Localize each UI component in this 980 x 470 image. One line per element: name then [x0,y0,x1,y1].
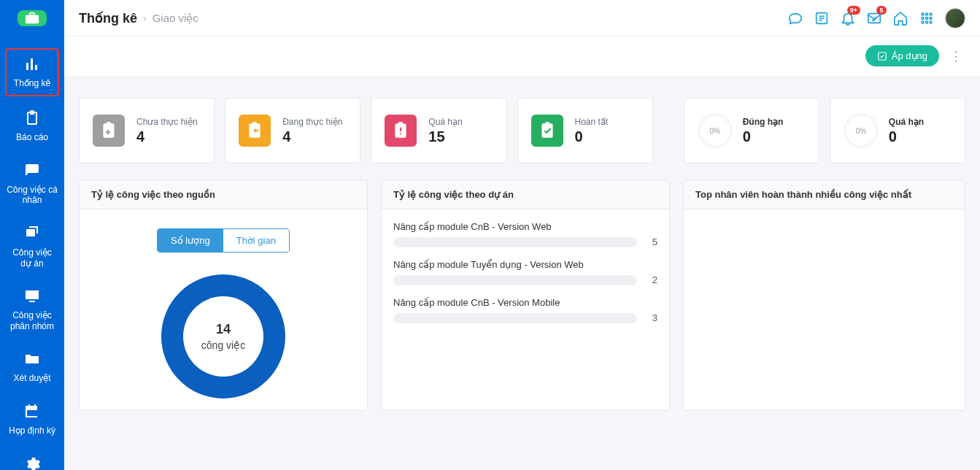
svg-point-10 [930,21,932,23]
stat-value: 15 [428,128,462,145]
panel-title: Top nhân viên hoàn thành nhiều công việc… [684,180,965,209]
project-row: Nâng cấp module CnB - Version Mobile 3 [393,297,657,323]
nav-label: Báo cáo [16,132,48,142]
donut-ring: 0% [844,113,879,148]
more-menu-icon[interactable]: ⋮ [946,48,965,64]
gear-icon [23,455,41,470]
donut-pct: 0% [856,127,866,135]
calendar-icon [23,403,41,423]
mail-check-icon[interactable]: 5 [866,10,882,26]
clipboard-arrow-icon [239,115,271,147]
stat-card-hoan-tat: Hoàn tất 0 [517,98,653,163]
clipboard-alert-icon [385,115,417,147]
header-actions: 9+ 5 [787,8,965,28]
stat-label: Chưa thực hiện [136,117,198,127]
svg-point-3 [926,13,928,15]
project-name: Nâng cấp module CnB - Version Mobile [393,297,657,308]
source-donut-chart: 14 công việc [161,274,285,398]
svg-point-9 [926,21,928,23]
action-bar: Áp dụng ⋮ [64,36,980,77]
apps-grid-icon[interactable] [919,10,935,26]
stat-label: Hoàn tất [575,117,609,127]
check-square-icon [877,51,887,61]
stats-row: Chưa thực hiện 4 Đang thực hiện 4 [79,98,965,163]
project-bar [393,237,637,247]
toggle-group: Số lượng Thời gian [157,228,290,253]
donut-center-value: 14 [201,321,245,338]
nav-xet-duyet[interactable]: Xét duyệt [5,344,59,390]
nav-cv-phan-nhom[interactable]: Công việc phân nhóm [5,282,59,337]
project-row: Nâng cấp module Tuyển dụng - Version Web… [393,259,657,285]
nav-hop-dinh-ky[interactable]: Họp định kỳ [5,397,59,442]
nav-bao-cao[interactable]: Báo cáo [5,104,59,149]
project-bar [393,313,637,323]
stat-value: 4 [136,128,198,145]
svg-point-2 [922,13,924,15]
chart-bar-icon [23,55,41,75]
sidebar: Thống kê Báo cáo Công việc cá nhân Công … [0,0,64,470]
panel-top-employees: Top nhân viên hoàn thành nhiều công việc… [683,180,965,411]
stat-card-qua-han: Quá hạn 15 [371,98,506,163]
stat-card-chua-thuc-hien: Chưa thực hiện 4 [79,98,215,163]
stat-label: Đang thực hiện [282,117,342,127]
bell-badge: 9+ [847,6,860,15]
donut-center-label: công việc [201,339,245,352]
nav-cv-ca-nhan[interactable]: Công việc cá nhân [5,156,59,212]
panel-title: Tỷ lệ công việc theo nguồn [80,180,367,209]
project-count: 5 [646,236,657,247]
page-title: Thống kê [79,10,137,26]
stat-value: 0 [889,128,924,145]
header: Thống kê › Giao việc 9+ 5 [64,0,980,36]
svg-point-5 [922,17,924,19]
nav-thong-ke[interactable]: Thống kê [5,48,59,96]
home-icon[interactable] [892,10,908,26]
svg-point-4 [930,13,932,15]
svg-point-7 [930,17,932,19]
bell-icon[interactable]: 9+ [840,10,856,26]
nav-label: Công việc phân nhóm [7,310,58,331]
clipboard-icon [23,109,41,129]
apply-label: Áp dụng [892,50,927,61]
app-logo[interactable] [18,10,47,26]
panel-title: Tỷ lệ công việc theo dự án [382,180,669,209]
nav-label: Thống kê [14,78,50,88]
nav-cv-du-an[interactable]: Công việc dự án [5,219,59,274]
clipboard-check-icon [531,115,563,147]
mail-badge: 5 [876,6,887,15]
svg-point-6 [926,17,928,19]
avatar[interactable] [945,8,965,28]
folder-icon [23,350,41,370]
stat-label: Quá hạn [428,117,462,127]
panel-source-ratio: Tỷ lệ công việc theo nguồn Số lượng Thời… [79,180,368,411]
toggle-qty[interactable]: Số lượng [158,229,223,252]
project-count: 2 [646,274,657,285]
list-icon[interactable] [814,10,830,26]
stat-value: 0 [575,128,609,145]
toggle-time[interactable]: Thời gian [223,229,289,252]
chat-icon[interactable] [787,10,803,26]
stat-card-dang-thuc-hien: Đang thực hiện 4 [225,98,360,163]
monitor-icon [23,288,41,307]
page-subtitle: Giao việc [153,12,198,25]
cards-icon [23,225,41,244]
nav-label: Họp định kỳ [9,425,55,436]
breadcrumb: Thống kê › Giao việc [79,10,198,26]
nav-label: Xét duyệt [13,373,50,383]
nav-thiet-lap[interactable]: Thiết lập [5,450,59,470]
project-bar [393,275,637,285]
stat-label: Đúng hạn [743,117,784,127]
project-row: Nâng cấp module CnB - Version Web 5 [393,221,657,247]
stat-card-dung-han: 0% Đúng hạn 0 [684,98,819,163]
clipboard-plus-icon [93,115,125,147]
content: Chưa thực hiện 4 Đang thực hiện 4 [64,77,980,470]
project-count: 3 [646,312,657,323]
stat-label: Quá hạn [889,117,924,127]
panels: Tỷ lệ công việc theo nguồn Số lượng Thời… [79,180,965,411]
stat-value: 0 [743,128,784,145]
apply-button[interactable]: Áp dụng [865,45,939,66]
chevron-right-icon: › [143,12,147,24]
panel-project-ratio: Tỷ lệ công việc theo dự án Nâng cấp modu… [381,180,670,411]
svg-point-8 [922,21,924,23]
nav-label: Công việc dự án [7,247,58,269]
stat-value: 4 [282,128,342,145]
